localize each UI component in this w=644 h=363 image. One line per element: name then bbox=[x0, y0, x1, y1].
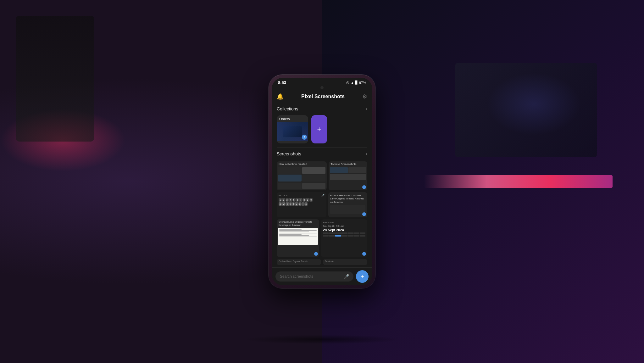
cal-1 bbox=[323, 232, 329, 234]
doc-line-7 bbox=[279, 237, 317, 237]
key-5[interactable]: 5 bbox=[292, 198, 296, 202]
orders-thumb-img bbox=[283, 126, 302, 137]
tomato-mini-3 bbox=[330, 174, 366, 180]
orders-collection-card[interactable]: Orders 2 bbox=[277, 115, 308, 143]
key-7[interactable]: 7 bbox=[299, 198, 302, 202]
pixel-info-badge bbox=[362, 212, 366, 216]
cal-5 bbox=[347, 232, 353, 234]
camera-area bbox=[272, 86, 372, 91]
grid-row-4: Orchard Lane Organic Tomato... Reminder bbox=[277, 259, 367, 265]
key-2[interactable]: 2 bbox=[282, 198, 285, 202]
collections-chevron-icon[interactable]: › bbox=[366, 106, 367, 111]
key-6[interactable]: 6 bbox=[296, 198, 299, 202]
cal-2 bbox=[329, 232, 335, 234]
new-collection-thumbs bbox=[277, 167, 327, 183]
keyboard-suggest-row: for of in 🎤 bbox=[279, 194, 325, 197]
collections-section-header[interactable]: Collections › bbox=[272, 103, 372, 114]
collections-row: Orders 2 + bbox=[272, 114, 372, 147]
doc-line-6 bbox=[279, 235, 309, 236]
circle-icon: ◎ bbox=[346, 81, 349, 85]
cal-3 bbox=[335, 232, 341, 234]
orchard-badge bbox=[314, 252, 318, 256]
app-content[interactable]: Collections › Orders 2 bbox=[272, 103, 372, 267]
key-1[interactable]: 1 bbox=[279, 198, 282, 202]
key-0[interactable]: 0 bbox=[309, 198, 313, 202]
cal-11 bbox=[341, 235, 347, 237]
key-y[interactable]: y bbox=[295, 202, 298, 206]
cal-today bbox=[335, 235, 341, 237]
cal-13 bbox=[353, 235, 359, 237]
key-8[interactable]: 8 bbox=[303, 198, 306, 202]
tomato-card[interactable]: Tomato Screenshots bbox=[329, 161, 367, 190]
app-header: 🔔 Pixel Screenshots ⚙ bbox=[272, 91, 372, 103]
reminder-card[interactable]: Reminder Sat, Sep 28 · 9:01 am 28 Sept 2… bbox=[321, 219, 367, 257]
partial-card-1[interactable]: Orchard Lane Organic Tomato... bbox=[277, 259, 321, 265]
suggest-in: in bbox=[286, 194, 288, 197]
keyboard-qwerty-row: q w e r t y u i o bbox=[279, 202, 325, 206]
key-e[interactable]: e bbox=[286, 202, 289, 206]
gear-icon[interactable]: ⚙ bbox=[362, 93, 367, 100]
phone-screen: 8:53 ◎ ▲ ▊ 97% 🔔 Pixel Screenshots ⚙ bbox=[272, 78, 372, 285]
key-3[interactable]: 3 bbox=[286, 198, 289, 202]
cal-6 bbox=[353, 232, 359, 234]
signal-icon: ▊ bbox=[355, 81, 358, 85]
reminder-calendar bbox=[323, 232, 365, 237]
key-4[interactable]: 4 bbox=[289, 198, 292, 202]
battery-text: 97% bbox=[359, 81, 366, 85]
thumb-1 bbox=[278, 167, 302, 174]
new-collection-label: New collection created bbox=[277, 161, 327, 167]
suggest-for: for bbox=[279, 194, 281, 197]
keyboard-mic-icon: 🎤 bbox=[321, 194, 325, 197]
grid-row-1: New collection created bbox=[277, 161, 367, 190]
search-placeholder: Search screenshots bbox=[280, 274, 313, 279]
pixel-info-card[interactable]: Pixel Screenshots: Orchard Lane Organic … bbox=[328, 192, 367, 217]
add-collection-button[interactable]: + bbox=[311, 115, 327, 143]
cal-12 bbox=[347, 235, 353, 237]
fab-button[interactable]: + bbox=[356, 270, 369, 283]
surface-shadow bbox=[243, 335, 401, 344]
orchard-doc-lines bbox=[278, 228, 318, 239]
doc-line-2 bbox=[279, 230, 317, 231]
app-title: Pixel Screenshots bbox=[301, 94, 345, 99]
doc-line-3 bbox=[279, 232, 309, 232]
pixel-info-thumb bbox=[330, 205, 365, 214]
add-icon: + bbox=[317, 125, 321, 133]
key-t[interactable]: t bbox=[292, 202, 295, 206]
wifi-icon: ▲ bbox=[351, 81, 354, 85]
key-r[interactable]: r bbox=[289, 202, 292, 206]
thumb-4 bbox=[302, 175, 326, 182]
orchard-thumbnail bbox=[278, 228, 318, 245]
screenshots-grid: New collection created bbox=[272, 159, 372, 267]
doc-line-1 bbox=[279, 229, 302, 230]
orders-label: Orders bbox=[277, 115, 308, 122]
cal-9 bbox=[329, 235, 335, 237]
orchard-card[interactable]: Orchard Lane Organic Tomato Ketchup on A… bbox=[277, 219, 319, 257]
doc-line-5 bbox=[279, 234, 302, 235]
grid-row-2: for of in 🎤 1 2 3 4 5 bbox=[277, 192, 367, 217]
key-i[interactable]: i bbox=[302, 202, 304, 206]
reminder-label: Reminder bbox=[323, 221, 365, 224]
tomato-mini-2 bbox=[348, 167, 366, 173]
search-input-area[interactable]: Search screenshots 🎤 bbox=[275, 271, 353, 282]
bell-icon[interactable]: 🔔 bbox=[277, 93, 284, 100]
suggest-of: of bbox=[283, 194, 285, 197]
screenshots-section-header[interactable]: Screenshots › bbox=[272, 148, 372, 159]
key-u[interactable]: u bbox=[298, 202, 302, 206]
new-collection-card[interactable]: New collection created bbox=[277, 161, 327, 190]
screenshots-chevron-icon[interactable]: › bbox=[366, 151, 367, 156]
search-mic-icon[interactable]: 🎤 bbox=[344, 274, 349, 279]
key-o[interactable]: o bbox=[304, 202, 308, 206]
cal-8 bbox=[323, 235, 329, 237]
keyboard-overlay-card[interactable]: for of in 🎤 1 2 3 4 5 bbox=[277, 192, 326, 217]
phone-outer: 8:53 ◎ ▲ ▊ 97% 🔔 Pixel Screenshots ⚙ bbox=[269, 75, 375, 288]
reminder-date: 28 Sept 2024 bbox=[323, 228, 365, 232]
bg-keyboard-hint bbox=[455, 63, 597, 157]
key-w[interactable]: w bbox=[282, 202, 286, 206]
partial-label-1: Orchard Lane Organic Tomato... bbox=[279, 260, 319, 262]
reminder-badge bbox=[362, 252, 366, 256]
key-q[interactable]: q bbox=[279, 202, 282, 206]
key-9[interactable]: 9 bbox=[306, 198, 309, 202]
thumb-2 bbox=[302, 167, 326, 174]
fab-plus-icon: + bbox=[360, 273, 364, 280]
partial-card-2[interactable]: Reminder bbox=[323, 259, 367, 265]
